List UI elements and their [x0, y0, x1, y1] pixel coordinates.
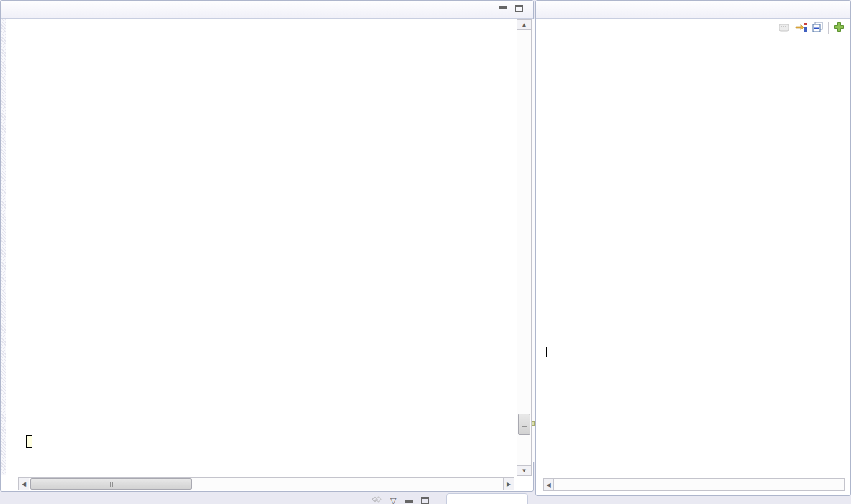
editor-panel: ▲ ▼ ◀ ▶: [0, 0, 534, 492]
panel-horizontal-scrollbar[interactable]: [543, 478, 845, 491]
collapse-all-icon[interactable]: [812, 22, 823, 35]
expressions-toolbar: [779, 20, 845, 36]
bottom-minimize-icon[interactable]: [405, 499, 413, 503]
vertical-scroll-thumb[interactable]: [518, 414, 530, 435]
debug-view-tab-bar: [536, 1, 850, 19]
horizontal-scroll-thumb[interactable]: [30, 478, 192, 490]
minimize-icon[interactable]: [499, 5, 507, 9]
debug-views-panel: ◀: [535, 0, 851, 496]
scroll-up-arrow-icon[interactable]: ▲: [517, 19, 532, 30]
bottom-maximize-icon[interactable]: [421, 497, 429, 504]
column-divider[interactable]: [801, 39, 801, 478]
scroll-left-arrow-icon[interactable]: ◀: [18, 477, 29, 490]
editor-tab-bar: [1, 1, 533, 19]
show-logical-structure-icon[interactable]: [795, 22, 807, 34]
code-editor[interactable]: [6, 22, 516, 476]
toolbar-separator: [828, 22, 829, 34]
editor-vertical-scrollbar[interactable]: [517, 19, 532, 476]
editor-window-buttons: [499, 5, 523, 12]
annotation-ruler: [1, 19, 6, 475]
expressions-table: [542, 39, 847, 478]
add-expression-icon[interactable]: [834, 22, 845, 35]
column-divider[interactable]: [654, 39, 654, 478]
link-with-icon[interactable]: [372, 494, 382, 504]
bottom-toolbar: ▽: [372, 494, 429, 504]
maximize-icon[interactable]: [515, 5, 523, 12]
filter-icon[interactable]: ▽: [390, 496, 396, 504]
panel-scroll-left-arrow-icon[interactable]: ◀: [543, 478, 554, 491]
show-type-names-icon[interactable]: [779, 22, 790, 34]
text-caret: [546, 347, 547, 357]
scroll-down-arrow-icon[interactable]: ▼: [517, 465, 532, 476]
bottom-panel-stub: [446, 493, 528, 504]
scroll-right-arrow-icon[interactable]: ▶: [503, 477, 514, 490]
table-header[interactable]: [542, 39, 847, 52]
overview-annotation-marker: [532, 421, 535, 426]
code-hover-tooltip: [26, 435, 32, 448]
overview-ruler: [532, 19, 535, 462]
